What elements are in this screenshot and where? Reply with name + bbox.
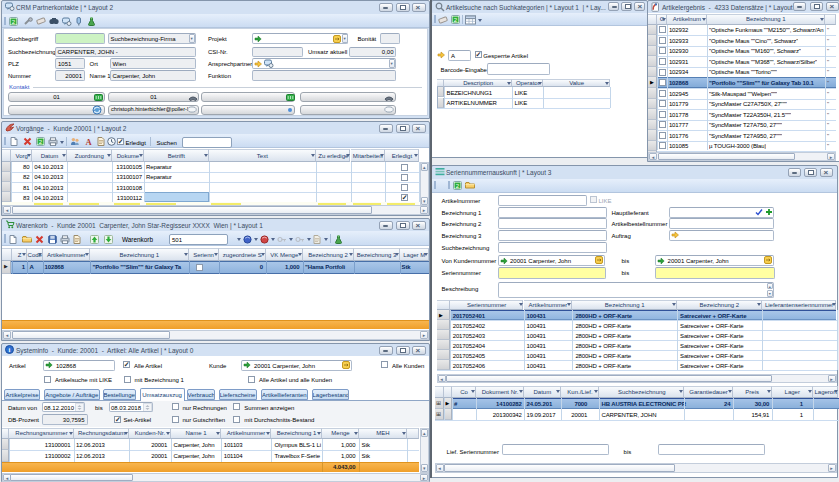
svg-text:i: i [9,346,11,353]
svg-text:A: A [85,137,92,146]
